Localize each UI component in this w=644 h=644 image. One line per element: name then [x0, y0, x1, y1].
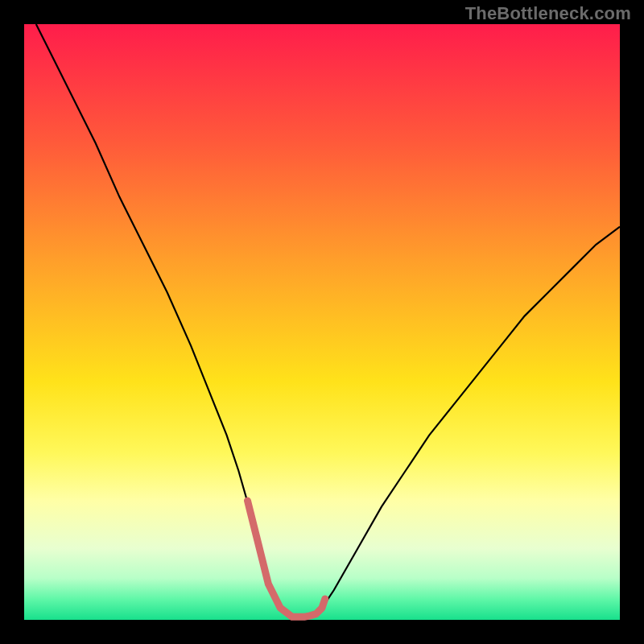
watermark-text: TheBottleneck.com	[465, 3, 631, 24]
bottleneck-chart	[0, 0, 644, 644]
chart-background	[24, 24, 620, 620]
chart-frame: TheBottleneck.com	[0, 0, 644, 644]
